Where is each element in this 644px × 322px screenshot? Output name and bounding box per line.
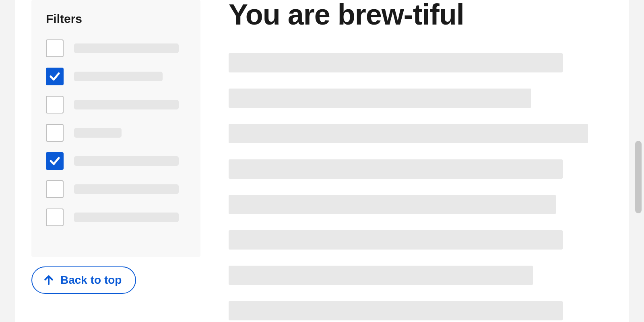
content-line-placeholder (229, 195, 556, 214)
filter-label-placeholder (74, 43, 179, 53)
filter-row (46, 208, 186, 226)
arrow-up-icon (43, 274, 55, 286)
filter-row (46, 180, 186, 198)
content-line-placeholder (229, 266, 533, 285)
content-line-placeholder (229, 53, 563, 72)
filter-label-placeholder (74, 156, 179, 166)
content-body (229, 53, 613, 320)
filter-label-placeholder (74, 213, 179, 222)
filter-row (46, 68, 186, 85)
content-line-placeholder (229, 301, 563, 320)
filter-row (46, 96, 186, 114)
filter-checkbox[interactable] (46, 152, 64, 170)
sidebar: Filters Back to top (31, 0, 200, 322)
filter-checkbox[interactable] (46, 208, 64, 226)
filters-heading: Filters (46, 12, 186, 26)
content-line-placeholder (229, 159, 563, 179)
page-title: You are brew-tiful (229, 0, 613, 29)
filter-checkbox[interactable] (46, 96, 64, 114)
filter-row (46, 152, 186, 170)
page-frame: Filters Back to top You are brew-tiful (15, 0, 629, 322)
back-to-top-label: Back to top (60, 274, 122, 287)
filter-label-placeholder (74, 184, 179, 194)
main-content: You are brew-tiful (200, 0, 613, 322)
filter-checkbox[interactable] (46, 68, 64, 85)
check-icon (49, 70, 61, 83)
filter-label-placeholder (74, 100, 179, 109)
content-line-placeholder (229, 230, 563, 250)
filter-label-placeholder (74, 72, 163, 81)
content-line-placeholder (229, 89, 531, 108)
filter-checkbox[interactable] (46, 39, 64, 57)
check-icon (49, 155, 61, 167)
scrollbar-thumb[interactable] (635, 141, 642, 213)
filter-row (46, 39, 186, 57)
filter-checkbox[interactable] (46, 180, 64, 198)
content-line-placeholder (229, 124, 588, 143)
back-to-top-button[interactable]: Back to top (31, 266, 136, 294)
filter-checkbox[interactable] (46, 124, 64, 142)
filters-panel: Filters (31, 0, 200, 257)
filters-list (46, 39, 186, 226)
filter-row (46, 124, 186, 142)
filter-label-placeholder (74, 128, 122, 138)
